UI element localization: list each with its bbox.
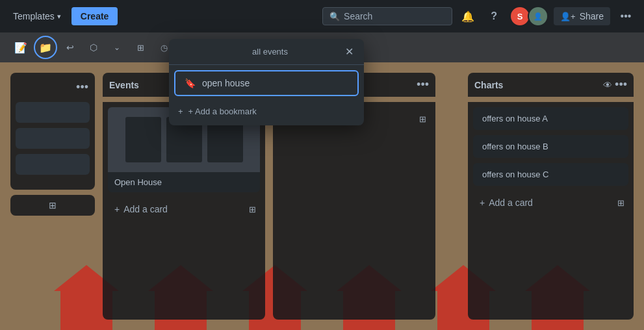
topbar: Templates ▾ Create 🔍 Search 🔔 ? S 👤 👤+ S… [0, 0, 644, 32]
add-bookmark-label: + Add a bookmark [188, 107, 257, 116]
template-icon: ⊞ [249, 205, 256, 214]
share-icon: 👤+ [560, 12, 576, 21]
column-events-body: Open House + Add a card ⊞ [103, 102, 265, 320]
help-button[interactable]: ? [483, 6, 504, 27]
question-icon: ? [491, 10, 497, 22]
chevron-down-icon: ▾ [57, 12, 61, 21]
column-empty-footer-icon: ⊞ [49, 200, 57, 210]
plus-icon-bookmark: + [178, 107, 183, 116]
column-charts-more-button[interactable]: ••• [615, 78, 627, 92]
img-block-1 [125, 117, 161, 162]
bookmark-icon: 🔖 [185, 78, 196, 88]
add-card-label-charts: Add a card [489, 197, 533, 208]
events-template-icon[interactable]: ⊞ [246, 202, 259, 217]
card-title: Open House [108, 172, 260, 192]
column-middle-more-button[interactable]: ••• [417, 78, 429, 92]
card-placeholder-1 [16, 102, 90, 123]
plus-icon-charts: + [480, 197, 485, 208]
popup-close-button[interactable]: ✕ [345, 45, 354, 58]
column-charts-header: Charts 👁 ••• [468, 73, 634, 97]
charts-add-card-row: + Add a card ⊞ [473, 191, 628, 214]
chart-item-c-label: offers on house C [482, 170, 548, 179]
chart-item-c[interactable]: offers on house C [473, 163, 628, 186]
create-button[interactable]: Create [71, 7, 118, 25]
column-middle-body: + Add a card ⊞ [273, 102, 435, 320]
events-add-card-row: + Add a card ⊞ [108, 197, 260, 221]
card-placeholder-3 [16, 154, 90, 175]
toolbar-github-icon[interactable]: ⬡ [83, 37, 104, 58]
column-charts-title: Charts [474, 80, 503, 90]
share-button[interactable]: 👤+ Share [554, 7, 610, 25]
templates-label: Templates [13, 11, 55, 21]
ellipsis-icon: ••• [621, 10, 632, 22]
popup-item-label: open house [202, 78, 250, 88]
avatar-person[interactable]: 👤 [528, 6, 548, 27]
toolbar-undo-icon[interactable]: ↩ [60, 37, 81, 58]
column-events-title: Events [109, 80, 139, 90]
toolbar-table-icon[interactable]: ⊞ [130, 37, 151, 58]
toolbar-folder-icon[interactable]: 📁 [34, 36, 57, 59]
more-button[interactable]: ••• [615, 6, 636, 27]
column-charts-body: offers on house A offers on house B offe… [468, 102, 634, 320]
popup-header: all events ✕ [169, 39, 364, 65]
chart-item-a[interactable]: offers on house A [473, 107, 628, 130]
chart-item-a-label: offers on house A [482, 114, 548, 123]
popup: all events ✕ 🔖 open house + + Add a book… [169, 39, 364, 125]
middle-template-icon[interactable]: ⊞ [417, 112, 429, 127]
notifications-button[interactable]: 🔔 [457, 6, 478, 27]
bell-icon: 🔔 [461, 10, 474, 23]
plus-icon: + [114, 204, 120, 214]
popup-add-bookmark[interactable]: + + Add a bookmark [169, 101, 364, 125]
search-bar[interactable]: 🔍 Search [322, 7, 452, 25]
column-charts-view-button[interactable]: 👁 [603, 80, 612, 90]
template-icon-charts: ⊞ [617, 198, 625, 208]
column-empty-more-button[interactable]: ••• [76, 81, 88, 94]
templates-button[interactable]: Templates ▾ [8, 7, 66, 25]
popup-open-house-item[interactable]: 🔖 open house [174, 70, 359, 96]
column-empty: ••• ⊞ [10, 73, 95, 320]
search-placeholder: Search [344, 11, 372, 21]
chart-item-b-label: offers on house B [482, 142, 548, 151]
charts-add-card-button[interactable]: + Add a card [474, 194, 615, 212]
add-card-label: Add a card [123, 204, 168, 214]
toolbar-edit-icon[interactable]: 📝 [10, 37, 31, 58]
close-icon: ✕ [345, 45, 354, 58]
column-charts: Charts 👁 ••• offers on house A offers on… [468, 73, 634, 320]
search-icon: 🔍 [329, 12, 340, 21]
avatar-stack: S 👤 [509, 6, 548, 27]
popup-overlay: all events ✕ 🔖 open house + + Add a book… [169, 39, 364, 125]
toolbar-dropdown-icon[interactable]: ⌄ [107, 37, 127, 58]
events-add-card-button[interactable]: + Add a card [109, 200, 246, 218]
chart-item-b[interactable]: offers on house B [473, 135, 628, 158]
popup-title: all events [195, 47, 345, 57]
charts-template-icon[interactable]: ⊞ [615, 196, 627, 210]
card-placeholder-2 [16, 128, 90, 149]
share-label: Share [580, 11, 604, 21]
template-icon-mid: ⊞ [419, 114, 426, 124]
